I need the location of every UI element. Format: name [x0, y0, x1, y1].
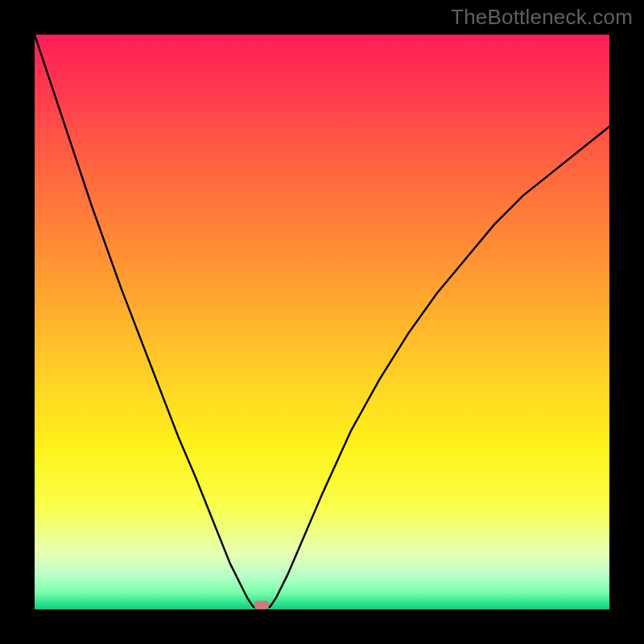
bottleneck-point-marker — [254, 601, 269, 609]
chart-svg — [35, 35, 609, 609]
watermark-text: TheBottleneck.com — [451, 5, 633, 30]
plot-area — [35, 35, 609, 609]
chart-frame: TheBottleneck.com — [0, 0, 644, 644]
bottleneck-curve — [35, 35, 609, 609]
